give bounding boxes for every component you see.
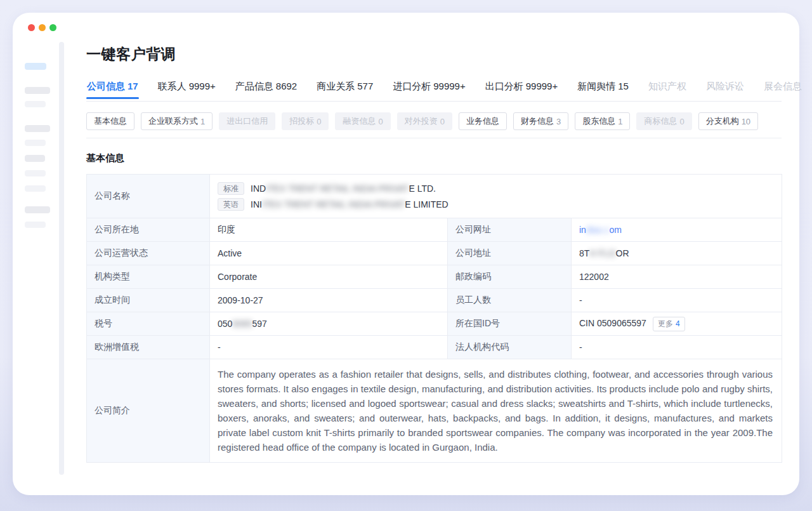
row-label-company-name: 公司名称 xyxy=(87,175,210,218)
tab-product-info[interactable]: 产品信息8692 xyxy=(235,81,298,101)
row-label-eu-vat: 欧洲增值税 xyxy=(87,336,210,359)
sidebar-item-placeholder xyxy=(25,222,46,228)
tab-export-analysis[interactable]: 出口分析99999+ xyxy=(485,81,558,101)
chip-count: 3 xyxy=(556,117,561,126)
main-tabs: 公司信息17 联系人9999+ 产品信息8692 商业关系577 进口分析999… xyxy=(86,81,782,102)
chip-label: 招投标 xyxy=(289,116,314,127)
chip-label: 商标信息 xyxy=(644,116,677,127)
chip-count: 1 xyxy=(618,117,622,126)
value-employee-count: - xyxy=(572,289,782,312)
tab-import-analysis[interactable]: 进口分析99999+ xyxy=(392,81,466,101)
name-type-tag: 英语 xyxy=(218,198,244,211)
chip-contact-methods[interactable]: 企业联系方式1 xyxy=(141,112,213,130)
row-label-lei-code: 法人机构代码 xyxy=(448,336,572,359)
page-title: 一键客户背调 xyxy=(86,44,782,63)
redacted-text: diax.c xyxy=(586,225,610,235)
chip-branches[interactable]: 分支机构10 xyxy=(698,112,758,130)
tab-label: 公司信息 xyxy=(87,81,125,91)
chip-count: 0 xyxy=(317,117,321,126)
tab-label: 风险诉讼 xyxy=(706,81,744,91)
chip-basic-info[interactable]: 基本信息 xyxy=(86,112,134,130)
value-location: 印度 xyxy=(210,218,448,242)
company-name-english: 英语 INIITEX TRENT RETAIL INDIA PRIVATE LI… xyxy=(218,196,774,212)
chip-financial-info[interactable]: 财务信息3 xyxy=(513,112,568,130)
redacted-text: ITEX TRENT RETAIL INDIA PRIVAT xyxy=(266,183,409,194)
company-name-standard: 标准 INDITEX TRENT RETAIL INDIA PRIVATE LT… xyxy=(218,180,774,196)
chip-shareholder-info[interactable]: 股东信息1 xyxy=(575,112,630,130)
chip-label: 企业联系方式 xyxy=(148,116,198,127)
sidebar-item-placeholder xyxy=(25,206,50,213)
value-founded-date: 2009-10-27 xyxy=(210,289,448,312)
redacted-text: H FLO xyxy=(589,248,615,258)
tab-label: 进口分析 xyxy=(393,81,431,91)
value-tax-id: 0509065597 xyxy=(210,312,448,336)
row-label-country-id: 所在国ID号 xyxy=(448,312,572,336)
more-button[interactable]: 更多4 xyxy=(653,317,685,331)
chip-label: 财务信息 xyxy=(521,116,554,127)
tab-contacts[interactable]: 联系人9999+ xyxy=(157,81,216,101)
tab-count: 9999+ xyxy=(189,81,216,91)
name-type-tag: 标准 xyxy=(218,182,244,195)
tab-label: 产品信息 xyxy=(235,81,273,91)
tab-company-info[interactable]: 公司信息17 xyxy=(86,81,139,101)
table-row: 公司运营状态 Active 公司地址 8TH FLOOR xyxy=(87,242,782,265)
app-window: 一键客户背调 公司信息17 联系人9999+ 产品信息8692 商业关系577 … xyxy=(13,13,799,495)
tab-label: 联系人 xyxy=(158,81,187,91)
chip-label: 分支机构 xyxy=(706,116,739,127)
chip-bidding: 招投标0 xyxy=(282,112,329,130)
value-country-id: CIN 0509065597更多4 xyxy=(572,312,782,336)
company-name-text: INDITEX TRENT RETAIL INDIA PRIVATE LTD. xyxy=(251,183,436,194)
sidebar-active-item-placeholder xyxy=(25,63,46,70)
redacted-text: ITEX TRENT RETAIL INDIA PRIVAT xyxy=(262,199,405,209)
value-address: 8TH FLOOR xyxy=(572,242,782,265)
sidebar-item-placeholder xyxy=(25,155,45,162)
sidebar-item-placeholder xyxy=(25,101,46,107)
main-content: 一键客户背调 公司信息17 联系人9999+ 产品信息8692 商业关系577 … xyxy=(86,13,782,463)
company-name-cell: 标准 INDITEX TRENT RETAIL INDIA PRIVATE LT… xyxy=(210,175,782,218)
sidebar-item-placeholder xyxy=(25,125,50,132)
sidebar-item-placeholder xyxy=(25,185,46,192)
chip-count: 0 xyxy=(679,117,684,126)
redacted-text: 9065 xyxy=(232,319,252,329)
value-website: indiax.com xyxy=(572,218,782,242)
row-label-address: 公司地址 xyxy=(448,242,572,265)
tab-label: 出口分析 xyxy=(485,81,523,91)
value-org-type: Corporate xyxy=(210,265,448,289)
company-name-text: INIITEX TRENT RETAIL INDIA PRIVATE LIMIT… xyxy=(251,199,449,209)
website-link[interactable]: indiax.com xyxy=(579,225,622,235)
sub-tabs: 基本信息 企业联系方式1 进出口信用 招投标0 融资信息0 对外投资0 业务信息… xyxy=(86,112,782,138)
chip-label: 融资信息 xyxy=(343,116,376,127)
basic-info-table: 公司名称 标准 INDITEX TRENT RETAIL INDIA PRIVA… xyxy=(86,174,782,463)
chip-label: 股东信息 xyxy=(582,116,615,127)
row-label-employee-count: 员工人数 xyxy=(448,289,572,312)
tab-business-relations[interactable]: 商业关系577 xyxy=(316,81,374,101)
chip-financing-info: 融资信息0 xyxy=(335,112,390,130)
row-label-operating-status: 公司运营状态 xyxy=(87,242,210,265)
chip-label: 基本信息 xyxy=(94,116,127,127)
table-row: 公司所在地 印度 公司网址 indiax.com xyxy=(87,218,782,242)
tab-count: 17 xyxy=(128,81,138,91)
tab-intellectual-property: 知识产权 xyxy=(648,81,687,101)
chip-outbound-investment: 对外投资0 xyxy=(397,112,452,130)
row-label-postal-code: 邮政编码 xyxy=(448,265,572,289)
chip-business-info[interactable]: 业务信息 xyxy=(459,112,507,130)
company-intro-text: The company operates as a fashion retail… xyxy=(218,367,773,455)
table-row: 欧洲增值税 - 法人机构代码 - xyxy=(87,336,782,359)
tab-count: 577 xyxy=(357,81,373,91)
sidebar-item-placeholder xyxy=(25,140,46,146)
value-operating-status: Active xyxy=(210,242,448,265)
chip-label: 进出口信用 xyxy=(226,116,268,127)
chip-count: 0 xyxy=(440,117,445,126)
table-row: 机构类型 Corporate 邮政编码 122002 xyxy=(87,265,782,289)
section-title-basic-info: 基本信息 xyxy=(86,152,782,164)
tab-news-sentiment[interactable]: 新闻舆情15 xyxy=(577,81,629,101)
chip-count: 1 xyxy=(200,117,205,126)
tab-count: 99999+ xyxy=(433,81,465,91)
sidebar-item-placeholder xyxy=(25,87,50,94)
tab-count: 15 xyxy=(618,81,629,91)
sidebar-item-placeholder xyxy=(25,170,46,176)
tab-risk-litigation: 风险诉讼 xyxy=(705,81,745,101)
tab-label: 商业关系 xyxy=(317,81,355,91)
row-label-org-type: 机构类型 xyxy=(87,265,210,289)
row-label-location: 公司所在地 xyxy=(87,218,210,242)
